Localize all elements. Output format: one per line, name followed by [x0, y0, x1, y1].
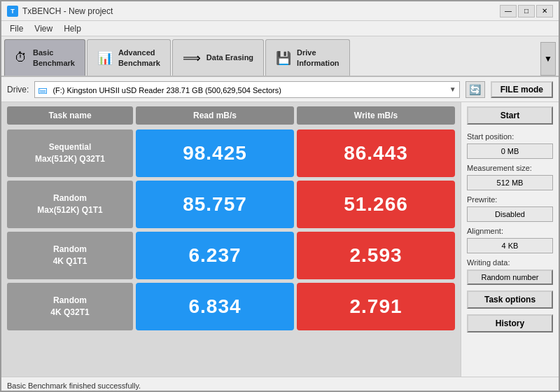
- writing-data-value[interactable]: Random number: [467, 270, 553, 285]
- drive-select-dropdown[interactable]: 🖴 (F:) Kingston UHSII uSD Reader 238.71 …: [34, 81, 459, 98]
- table-row: Random4K Q32T1 6.834 2.791: [7, 283, 455, 330]
- task-name-sequential-q32t1: SequentialMax(512K) Q32T1: [7, 130, 133, 177]
- drive-refresh-button[interactable]: 🔄: [465, 81, 485, 98]
- write-value-random-4k-q1t1: 2.593: [297, 232, 455, 279]
- read-value-sequential-q32t1: 98.425: [136, 130, 294, 177]
- tab-drive-information[interactable]: 💾 DriveInformation: [265, 39, 350, 76]
- status-bar: Basic Benchmark finished successfully.: [1, 377, 559, 392]
- tab-drive-info-label: DriveInformation: [297, 48, 340, 68]
- read-value-random-4k-q32t1: 6.834: [136, 283, 294, 330]
- history-button[interactable]: History: [467, 314, 553, 332]
- window-controls: — □ ✕: [500, 5, 553, 18]
- drive-select-text: (F:) Kingston UHSII uSD Reader 238.71 GB…: [52, 86, 281, 94]
- prewrite-value[interactable]: Disabled: [467, 206, 553, 222]
- table-row: RandomMax(512K) Q1T1 85.757 51.266: [7, 181, 455, 228]
- drive-info-icon: 💾: [276, 50, 291, 66]
- write-value-sequential-q32t1: 86.443: [297, 130, 455, 177]
- tab-basic-benchmark[interactable]: ⏱ BasicBenchmark: [4, 39, 85, 76]
- read-value-random-4k-q1t1: 6.237: [136, 232, 294, 279]
- start-position-value[interactable]: 0 MB: [467, 144, 553, 159]
- data-erasing-icon: ⟹: [183, 50, 201, 66]
- read-value-random-512k-q1t1: 85.757: [136, 181, 294, 228]
- alignment-value[interactable]: 4 KB: [467, 238, 553, 253]
- drive-label: Drive:: [7, 85, 29, 94]
- tab-erasing-label: Data Erasing: [206, 52, 253, 62]
- tab-advanced-label: AdvancedBenchmark: [118, 48, 160, 68]
- drive-dropdown-arrow: ▼: [449, 85, 456, 93]
- tab-data-erasing[interactable]: ⟹ Data Erasing: [172, 39, 264, 76]
- drive-usb-icon: 🖴: [38, 84, 48, 95]
- status-text: Basic Benchmark finished successfully.: [7, 382, 141, 390]
- col-header-read: Read mB/s: [136, 106, 294, 125]
- task-name-random-512k-q1t1: RandomMax(512K) Q1T1: [7, 181, 133, 228]
- close-button[interactable]: ✕: [536, 5, 553, 18]
- measurement-size-value[interactable]: 512 MB: [467, 175, 553, 190]
- window-title: TxBENCH - New project: [22, 6, 500, 16]
- task-options-button[interactable]: Task options: [467, 290, 553, 309]
- alignment-label: Alignment:: [467, 227, 553, 235]
- benchmark-area: Task name Read mB/s Write mB/s Sequentia…: [1, 102, 461, 377]
- title-bar: T TxBENCH - New project — □ ✕: [1, 1, 559, 21]
- table-header: Task name Read mB/s Write mB/s: [7, 106, 455, 125]
- task-name-random-4k-q1t1: Random4K Q1T1: [7, 232, 133, 279]
- start-button[interactable]: Start: [467, 106, 553, 125]
- tab-basic-label: BasicBenchmark: [33, 48, 75, 68]
- menu-view[interactable]: View: [29, 22, 58, 35]
- toolbar-dropdown[interactable]: ▼: [540, 42, 556, 76]
- col-header-task: Task name: [7, 106, 133, 125]
- toolbar: ⏱ BasicBenchmark 📊 AdvancedBenchmark ⟹ D…: [1, 36, 559, 77]
- menu-help[interactable]: Help: [58, 22, 87, 35]
- file-mode-button[interactable]: FILE mode: [491, 81, 553, 98]
- writing-data-label: Writing data:: [467, 258, 553, 267]
- prewrite-label: Prewrite:: [467, 195, 553, 204]
- col-header-write: Write mB/s: [297, 106, 455, 125]
- basic-benchmark-icon: ⏱: [15, 50, 27, 65]
- tab-advanced-benchmark[interactable]: 📊 AdvancedBenchmark: [87, 39, 171, 76]
- start-position-label: Start position:: [467, 132, 553, 141]
- write-value-random-512k-q1t1: 51.266: [297, 181, 455, 228]
- table-row: SequentialMax(512K) Q32T1 98.425 86.443: [7, 130, 455, 177]
- table-row: Random4K Q1T1 6.237 2.593: [7, 232, 455, 279]
- app-icon: T: [7, 6, 18, 17]
- write-value-random-4k-q32t1: 2.791: [297, 283, 455, 330]
- menu-bar: File View Help: [1, 21, 559, 36]
- advanced-benchmark-icon: 📊: [97, 50, 113, 66]
- task-name-random-4k-q32t1: Random4K Q32T1: [7, 283, 133, 330]
- minimize-button[interactable]: —: [500, 5, 517, 18]
- right-panel: Start Start position: 0 MB Measurement s…: [461, 102, 559, 377]
- drive-bar: Drive: 🖴 (F:) Kingston UHSII uSD Reader …: [1, 77, 559, 102]
- menu-file[interactable]: File: [4, 22, 29, 35]
- main-content: Task name Read mB/s Write mB/s Sequentia…: [1, 102, 559, 377]
- maximize-button[interactable]: □: [518, 5, 535, 18]
- measurement-size-label: Measurement size:: [467, 164, 553, 172]
